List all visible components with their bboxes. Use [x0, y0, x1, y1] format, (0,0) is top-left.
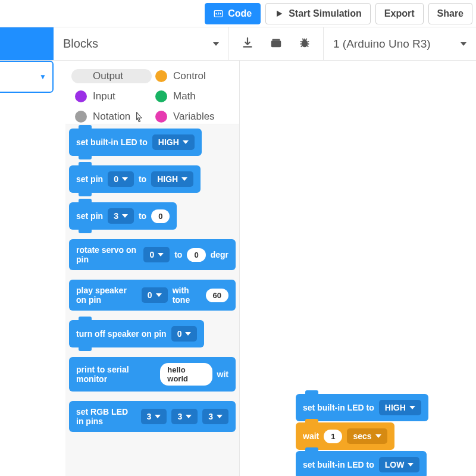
category-label: Variables — [173, 111, 215, 123]
code-button[interactable]: Code — [205, 3, 261, 24]
category-variables[interactable]: Variables — [152, 109, 232, 124]
block-text: to — [139, 174, 146, 184]
block-text: degr — [211, 250, 228, 259]
pin-dropdown[interactable]: 3 — [141, 409, 167, 424]
value-input[interactable]: 1 — [324, 430, 342, 443]
code-icon — [214, 9, 223, 18]
chevron-down-icon: ▼ — [39, 73, 46, 81]
text-input[interactable]: hello world — [160, 363, 212, 386]
chevron-down-icon — [213, 42, 219, 46]
block-text: set built-in LED to — [303, 460, 374, 469]
code-tool-icons — [229, 27, 324, 60]
pin-dropdown[interactable]: 0 — [143, 247, 170, 262]
block-play-speaker[interactable]: play speaker on pin 0 with tone 60 — [69, 280, 236, 311]
block-turn-off-speaker[interactable]: turn off speaker on pin 0 — [69, 320, 204, 347]
category-input[interactable]: Input — [71, 89, 152, 104]
svg-rect-1 — [243, 46, 252, 47]
code-mode-label: Blocks — [63, 37, 98, 51]
variables-dot-icon — [155, 111, 167, 123]
svg-rect-2 — [271, 40, 281, 47]
code-button-label: Code — [228, 8, 252, 19]
second-toolbar: Blocks 1 (Arduino Uno R3) — [0, 27, 476, 61]
category-notation[interactable]: Notation — [71, 109, 152, 124]
category-label: Notation — [93, 111, 130, 123]
value-dropdown[interactable]: HIGH — [151, 171, 193, 187]
value-dropdown[interactable]: HIGH — [379, 400, 421, 415]
category-label: Input — [93, 90, 115, 102]
block-text: set built-in LED to — [303, 403, 374, 412]
export-button[interactable]: Export — [375, 3, 424, 24]
block-print-serial[interactable]: print to serial monitor hello world wit — [69, 357, 236, 392]
category-control[interactable]: Control — [152, 69, 232, 83]
value-dropdown[interactable]: LOW — [379, 457, 420, 472]
board-dropdown[interactable]: 1 (Arduino Uno R3) — [324, 27, 476, 60]
value-input[interactable]: 0 — [187, 248, 205, 262]
board-label: 1 (Arduino Uno R3) — [333, 37, 431, 51]
code-mode-dropdown[interactable]: Blocks — [54, 27, 229, 60]
input-dot-icon — [75, 90, 87, 102]
category-math[interactable]: Math — [152, 89, 232, 104]
svg-rect-5 — [137, 118, 140, 122]
code-workspace[interactable]: set built-in LED to HIGH wait 1 secs set… — [239, 61, 476, 476]
block-text: wait — [303, 431, 319, 441]
block-text: print to serial monitor — [76, 365, 155, 384]
block-categories: Output Input Notation Control Math — [65, 61, 238, 131]
share-button[interactable]: Share — [428, 3, 472, 24]
pin-dropdown[interactable]: 0 — [171, 326, 198, 342]
cursor-pointer-icon — [134, 111, 143, 122]
block-text: to — [174, 250, 182, 259]
debug-icon[interactable] — [298, 36, 311, 52]
category-label: Control — [173, 70, 206, 82]
notation-dot-icon — [75, 111, 87, 123]
block-stack[interactable]: set built-in LED to HIGH wait 1 secs set… — [296, 394, 428, 476]
block-text: play speaker on pin — [76, 286, 137, 305]
value-dropdown[interactable]: HIGH — [152, 134, 195, 150]
export-label: Export — [384, 8, 415, 19]
block-set-pin-value[interactable]: set pin 3 to 0 — [69, 202, 177, 230]
value-input[interactable]: 60 — [206, 289, 228, 302]
block-text: wit — [217, 369, 228, 379]
category-label: Output — [93, 70, 123, 82]
block-text: set RGB LED in pins — [76, 407, 136, 426]
start-simulation-button[interactable]: Start Simulation — [265, 3, 371, 24]
block-text: with tone — [173, 286, 201, 305]
block-set-pin-high[interactable]: set pin 0 to HIGH — [69, 165, 201, 193]
math-dot-icon — [155, 90, 167, 102]
library-icon[interactable] — [270, 36, 283, 52]
block-text: set built-in LED to — [76, 137, 148, 147]
component-dropdown-stub[interactable]: ▼ — [0, 61, 54, 93]
block-text: rotate servo on pin — [76, 245, 139, 264]
block-text: set pin — [76, 174, 103, 184]
block-set-builtin-led[interactable]: set built-in LED to HIGH — [296, 394, 428, 421]
share-label: Share — [437, 8, 464, 19]
pin-dropdown[interactable]: 3 — [171, 409, 198, 424]
pin-dropdown[interactable]: 3 — [202, 409, 228, 424]
block-text: to — [139, 211, 146, 221]
block-set-builtin-led[interactable]: set built-in LED to LOW — [296, 451, 427, 476]
pin-dropdown[interactable]: 0 — [142, 287, 168, 303]
chevron-down-icon — [461, 42, 466, 46]
svg-rect-3 — [273, 39, 280, 40]
block-set-rgb-led[interactable]: set RGB LED in pins 3 3 3 — [69, 401, 236, 432]
play-icon — [274, 9, 284, 18]
pin-dropdown[interactable]: 0 — [108, 171, 134, 187]
value-input[interactable]: 0 — [151, 209, 170, 223]
start-simulation-label: Start Simulation — [289, 8, 362, 19]
category-output[interactable]: Output — [71, 69, 152, 83]
control-dot-icon — [155, 70, 167, 82]
block-set-builtin-led[interactable]: set built-in LED to HIGH — [69, 129, 202, 156]
output-dot-icon — [75, 70, 87, 82]
unit-dropdown[interactable]: secs — [347, 428, 387, 444]
category-label: Math — [173, 90, 196, 102]
pin-dropdown[interactable]: 3 — [108, 208, 134, 224]
block-palette: set built-in LED to HIGH set pin 0 to HI… — [65, 124, 239, 476]
block-rotate-servo[interactable]: rotate servo on pin 0 to 0 degr — [69, 239, 236, 270]
top-toolbar: Code Start Simulation Export Share — [0, 0, 476, 27]
block-wait[interactable]: wait 1 secs — [296, 422, 394, 450]
download-icon[interactable] — [241, 36, 254, 52]
block-text: turn off speaker on pin — [76, 329, 167, 339]
left-blue-tab[interactable] — [0, 27, 54, 60]
block-text: set pin — [76, 211, 103, 221]
